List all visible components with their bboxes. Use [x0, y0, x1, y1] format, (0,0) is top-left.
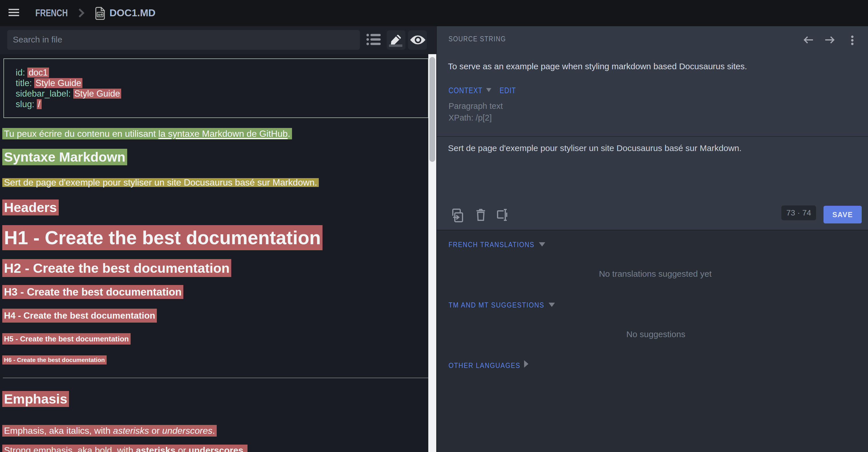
svg-text:M: M [98, 13, 100, 17]
